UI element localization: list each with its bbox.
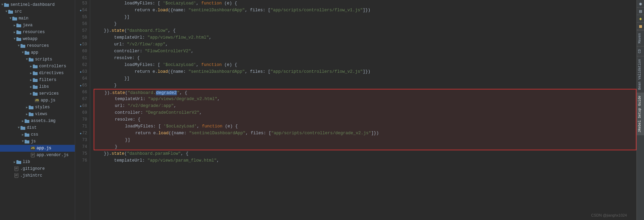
line-number-53: 53 [75, 0, 87, 7]
svg-rect-22 [33, 79, 38, 82]
tree-arrow-resources: ▶ [14, 30, 15, 34]
tree-item-assetsimg[interactable]: ▶assets.img [0, 118, 75, 124]
tree-arrow-directives: ▶ [30, 71, 32, 75]
folder-icon-main [12, 16, 17, 21]
code-line-70: resolve: { [94, 116, 636, 123]
line-number-64: 64 [75, 75, 87, 82]
tree-label-libs: libs [39, 84, 49, 89]
tree-item-controllers[interactable]: ▶controllers [0, 63, 75, 70]
folder-icon-views [28, 111, 34, 117]
tree-item-dist[interactable]: ▼dist [0, 124, 75, 131]
svg-rect-18 [33, 65, 38, 68]
tree-label-scripts: scripts [35, 57, 52, 62]
svg-rect-6 [16, 24, 21, 27]
tree-label-distvendorjs: app.vendor.js [37, 153, 69, 157]
code-line-63: return e.load({name: "sentinelDashboardA… [94, 68, 636, 75]
tree-item-views[interactable]: ▶views [0, 111, 75, 118]
code-line-57: }).state("dashboard.flow", { [94, 27, 636, 34]
gutter-marker-59: ◆ [80, 43, 82, 46]
tree-item-styles[interactable]: ▶styles [0, 104, 75, 111]
svg-rect-20 [33, 72, 38, 75]
tree-arrow-services: ▶ [30, 92, 32, 96]
tree-arrow-lib: ▶ [14, 160, 15, 164]
tree-item-resources[interactable]: ▶resources [0, 29, 75, 36]
svg-rect-16 [29, 58, 33, 61]
tree-label-js: js [31, 139, 36, 144]
line-number-66: 66 [75, 89, 87, 96]
tree-label-directives: directives [39, 71, 64, 75]
tree-item-css[interactable]: ▶css [0, 131, 75, 138]
tree-item-webapp[interactable]: ▼webapp [0, 36, 75, 42]
file-icon-gitignore [14, 166, 19, 171]
line-number-67: 67 [75, 96, 87, 102]
svg-rect-31 [29, 112, 31, 113]
svg-rect-36 [25, 134, 29, 137]
line-number-56: 56 [75, 20, 87, 27]
line-number-75: 75 [75, 150, 87, 157]
tree-arrow-src: ▼ [5, 10, 7, 13]
line-number-74: 74 [75, 143, 87, 150]
tree-item-js[interactable]: ▼js [0, 138, 75, 145]
tree-item-src[interactable]: ▼src [0, 8, 75, 15]
tree-item-libs[interactable]: ▶libs [0, 83, 75, 90]
tree-item-appjs[interactable]: JSapp.js [0, 97, 75, 104]
line-number-54: ◆54 [75, 7, 87, 14]
tree-item-scripts[interactable]: ▼scripts [0, 56, 75, 63]
tree-arrow-css: ▶ [22, 133, 24, 137]
tree-arrow-js: ▼ [22, 140, 24, 143]
tree-label-styles: styles [35, 105, 50, 110]
tree-arrow-app: ▼ [22, 51, 24, 54]
tree-item-distvendorjs[interactable]: app.vendor.js [0, 152, 75, 159]
tree-item-services[interactable]: ▶services [0, 90, 75, 97]
sidebar-tab-1[interactable]: CD [637, 46, 644, 56]
folder-icon-js [24, 139, 30, 144]
tree-item-root[interactable]: ▼sentinel-dashboard [0, 1, 75, 8]
code-line-76: templateUrl: "app/views/param_flow.html"… [94, 157, 636, 164]
svg-rect-12 [20, 45, 25, 48]
svg-rect-0 [4, 4, 9, 7]
sidebar-icon-2[interactable]: ◈ [637, 15, 644, 23]
sidebar-icon-1[interactable]: ▤ [637, 8, 644, 15]
tree-item-lib[interactable]: ▶lib [0, 159, 75, 165]
sidebar-tab-0[interactable]: Maven [637, 30, 644, 46]
folder-icon-directives [32, 70, 38, 76]
tree-arrow-libs: ▶ [30, 85, 32, 89]
svg-rect-26 [33, 93, 38, 96]
gutter-marker-63: ◆ [80, 70, 82, 73]
tree-label-lib: lib [23, 160, 30, 164]
svg-rect-15 [25, 51, 27, 52]
sidebar-tab-3[interactable]: JRebel Setup Guide [637, 93, 644, 135]
tree-item-java[interactable]: ▶java [0, 22, 75, 29]
code-line-74: } [94, 143, 636, 150]
svg-rect-10 [16, 38, 21, 41]
tree-item-app[interactable]: ▼app [0, 49, 75, 56]
tree-item-resources2[interactable]: ▼resources [0, 42, 75, 49]
tree-item-gitignore[interactable]: .gitignore [0, 165, 75, 172]
code-line-53: loadMyFiles: [ '$ocLazyLoad', function (… [94, 0, 636, 7]
tree-item-main[interactable]: ▼main [0, 15, 75, 22]
svg-rect-14 [25, 52, 29, 55]
tree-item-distappjs[interactable]: JSapp.js [0, 145, 75, 152]
tree-arrow-webapp: ▼ [14, 37, 15, 41]
watermark: CSDN @jianghx1024 [591, 213, 627, 217]
folder-icon-dist [20, 125, 26, 130]
sidebar-icon-0[interactable]: ◉ [637, 0, 644, 8]
tree-arrow-controllers: ▶ [30, 65, 32, 68]
tree-arrow-scripts: ▼ [26, 58, 28, 61]
svg-rect-29 [29, 106, 31, 107]
svg-rect-37 [25, 133, 27, 134]
svg-rect-1 [4, 3, 6, 4]
gutter-marker-65: ◆ [80, 84, 82, 87]
line-number-60: 60 [75, 48, 87, 55]
tree-item-jshintrc[interactable]: .jshintrc [0, 172, 75, 179]
folder-icon-css [24, 132, 30, 137]
sidebar-tab-2[interactable]: Bean Validation [637, 56, 644, 93]
tree-item-filters[interactable]: ▶filters [0, 77, 75, 83]
code-wrapper: loadMyFiles: [ '$ocLazyLoad', function (… [90, 0, 636, 220]
sidebar-icon-3[interactable]: ▦ [637, 23, 644, 30]
tree-item-directives[interactable]: ▶directives [0, 70, 75, 77]
code-line-72: return e.load({name: "sentinelDashboardA… [94, 130, 636, 137]
code-area[interactable]: 53◆5455565758◆59606162◆6364◆656667◆68697… [75, 0, 636, 220]
svg-rect-45 [16, 160, 18, 161]
svg-rect-4 [12, 17, 17, 20]
